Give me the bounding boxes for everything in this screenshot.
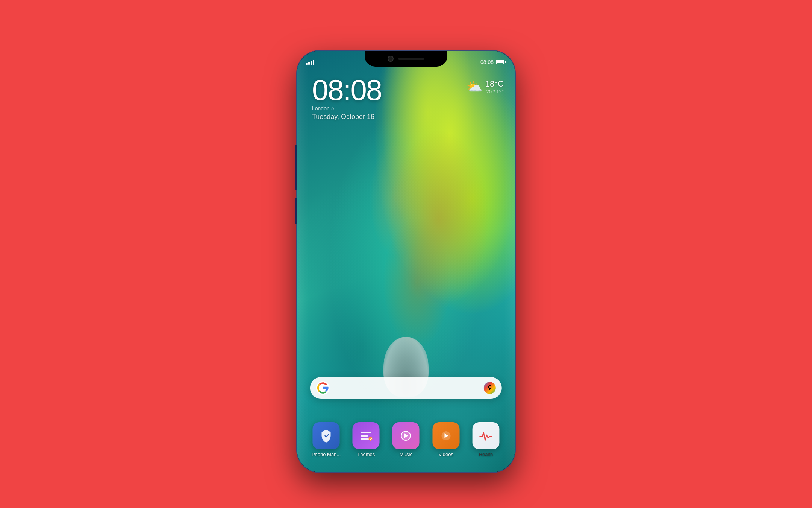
- weather-widget: ⛅ 18°C 20°/ 12°: [467, 79, 504, 94]
- app-item-health[interactable]: Health: [469, 422, 503, 457]
- screen: 08:08 08:08 London ⌂: [297, 51, 515, 472]
- notch-speaker: [398, 58, 424, 60]
- phone-manager-label: Phone Man...: [312, 452, 341, 457]
- battery-body: [496, 60, 504, 64]
- left-buttons: [295, 145, 297, 190]
- phone-manager-icon[interactable]: [313, 422, 340, 449]
- svg-rect-0: [361, 432, 371, 433]
- battery-tip: [505, 61, 506, 63]
- music-label: Music: [400, 452, 412, 457]
- health-label: Health: [479, 452, 493, 457]
- videos-label: Videos: [438, 452, 453, 457]
- app-dock: Phone Man... Themes: [303, 422, 510, 457]
- weather-temp: 18°C: [485, 79, 504, 89]
- phone-outer: 08:08 08:08 London ⌂: [297, 51, 515, 472]
- signal-bars: [306, 60, 314, 65]
- notch-camera: [388, 56, 394, 62]
- app-item-themes[interactable]: Themes: [349, 422, 383, 457]
- search-bar[interactable]: [310, 377, 502, 399]
- signal-bar-1: [306, 63, 308, 65]
- mic-icon[interactable]: [484, 382, 496, 394]
- clock-time: 08:08: [312, 75, 382, 105]
- home-icon: ⌂: [331, 105, 334, 111]
- app-item-music[interactable]: Music: [389, 422, 423, 457]
- clock-date: Tuesday, October 16: [312, 113, 382, 121]
- status-right: 08:08: [480, 59, 506, 65]
- clock-area: 08:08 London ⌂ Tuesday, October 16: [312, 75, 382, 121]
- background: 08:08 08:08 London ⌂: [297, 32, 515, 476]
- weather-cloud-icon: ⛅: [467, 79, 482, 94]
- signal-bar-4: [313, 60, 314, 65]
- svg-point-3: [369, 437, 373, 441]
- battery-fill: [497, 61, 503, 63]
- google-g-icon: [316, 381, 330, 395]
- battery-icon: [496, 60, 506, 64]
- signal-bar-2: [308, 62, 310, 65]
- videos-icon[interactable]: [432, 422, 459, 449]
- notch: [365, 51, 447, 67]
- weather-info: 18°C 20°/ 12°: [485, 79, 504, 94]
- status-time: 08:08: [480, 59, 494, 65]
- app-item-phone-manager[interactable]: Phone Man...: [309, 422, 343, 457]
- health-icon[interactable]: [472, 422, 499, 449]
- themes-icon[interactable]: [353, 422, 380, 449]
- status-left: [306, 60, 314, 65]
- music-icon[interactable]: [392, 422, 420, 449]
- signal-bar-3: [311, 61, 312, 65]
- themes-label: Themes: [357, 452, 375, 457]
- weather-range: 20°/ 12°: [485, 89, 504, 94]
- svg-rect-1: [361, 435, 368, 437]
- location-text: London: [312, 105, 330, 111]
- phone-container: 08:08 08:08 London ⌂: [297, 51, 515, 495]
- app-item-videos[interactable]: Videos: [429, 422, 463, 457]
- svg-rect-2: [361, 438, 370, 440]
